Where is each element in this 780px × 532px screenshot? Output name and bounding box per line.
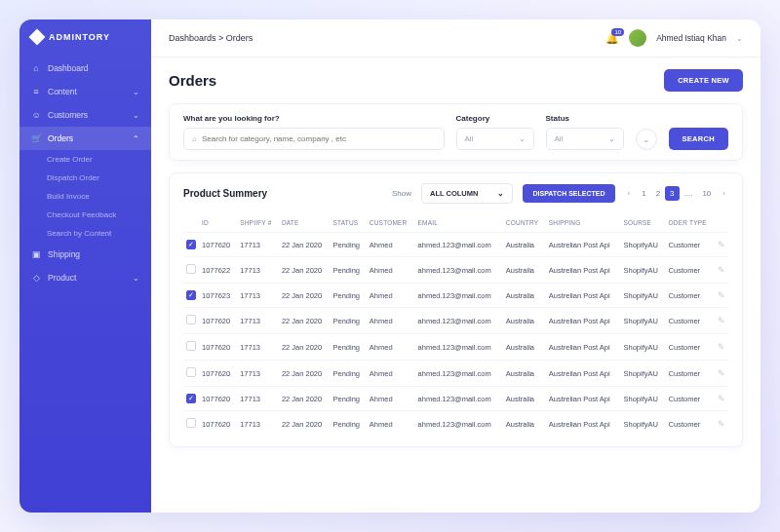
col-shipping: SHIPPING — [546, 213, 621, 233]
sidebar-item-orders[interactable]: 🛒Orders⌃ — [20, 127, 151, 150]
cell-date: 22 Jan 2020 — [279, 284, 331, 308]
cell-customer: Ahmed — [367, 361, 415, 387]
cell-date: 22 Jan 2020 — [279, 387, 331, 411]
cell-shipping: Austrelian Post Api — [546, 361, 621, 387]
cell-ordertype: Customer — [666, 411, 715, 437]
edit-icon[interactable]: ✎ — [718, 419, 725, 429]
cell-id: 1077622 — [199, 257, 237, 284]
edit-icon[interactable]: ✎ — [718, 290, 725, 300]
brand-logo[interactable]: ADMINTORY — [20, 31, 151, 57]
cell-customer: Ahmed — [367, 233, 415, 257]
logo-icon — [29, 29, 46, 46]
cell-id: 1077620 — [199, 361, 237, 387]
cell-shipping: Austrelian Post Api — [546, 284, 621, 308]
cell-id: 1077620 — [199, 308, 237, 334]
user-name: Ahmed Istiaq Khan — [656, 33, 726, 43]
cell-date: 22 Jan 2020 — [279, 257, 331, 284]
row-checkbox[interactable] — [186, 264, 196, 274]
sidebar-item-customers[interactable]: ☺Customers⌄ — [20, 103, 151, 127]
row-checkbox[interactable] — [186, 367, 196, 377]
cell-ordertype: Customer — [666, 334, 715, 361]
sidebar-sub-search-by-content[interactable]: Search by Content — [20, 224, 151, 243]
table-row: ✓10776201771322 Jan 2020PendingAhmedahme… — [183, 387, 728, 411]
create-new-button[interactable]: CREATE NEW — [664, 69, 743, 92]
page-prev-icon[interactable]: ‹ — [625, 186, 634, 201]
cell-customer: Ahmed — [367, 308, 415, 334]
sidebar-item-product[interactable]: ◇Product⌄ — [20, 266, 151, 289]
column-select-value: ALL COLUMN — [430, 189, 478, 198]
row-checkbox[interactable] — [186, 341, 196, 351]
dashboard-icon: ⌂ — [31, 63, 41, 73]
edit-icon[interactable]: ✎ — [718, 240, 725, 249]
chevron-icon: ⌄ — [133, 111, 139, 120]
edit-icon[interactable]: ✎ — [718, 265, 725, 275]
cell-country: Australia — [503, 308, 546, 334]
cell-date: 22 Jan 2020 — [279, 361, 331, 387]
table-card: Product Summery Show ALL COLUMN ⌄ DISPAT… — [169, 172, 743, 447]
chevron-down-icon: ⌄ — [608, 134, 615, 143]
edit-icon[interactable]: ✎ — [718, 316, 725, 325]
search-field: What are you looking for? ⌕ — [183, 114, 445, 150]
edit-icon[interactable]: ✎ — [718, 394, 725, 403]
orders-table: IDSHPIIFY #DATESTATUSCUSTOMEREMAILCOUNTR… — [183, 213, 728, 437]
sidebar-sub-create-order[interactable]: Create Order — [20, 150, 151, 169]
table-body: ✓10776201771322 Jan 2020PendingAhmedahme… — [183, 233, 728, 437]
dispatch-selected-button[interactable]: DISPATCH SELECTED — [523, 184, 614, 203]
category-select[interactable]: All ⌄ — [456, 128, 534, 150]
page-3[interactable]: 3 — [665, 186, 679, 201]
edit-icon[interactable]: ✎ — [718, 368, 725, 378]
search-input[interactable] — [202, 134, 436, 143]
page-2[interactable]: 2 — [651, 186, 665, 201]
column-select[interactable]: ALL COLUMN ⌄ — [421, 183, 513, 204]
notification-icon[interactable]: 🔔10 — [605, 32, 619, 45]
sidebar-item-shipping[interactable]: ▣Shipping — [20, 243, 151, 266]
cell-shopify: 17713 — [237, 284, 279, 308]
search-button[interactable]: SEARCH — [669, 128, 728, 150]
cell-status: Pending — [331, 411, 367, 437]
cell-shipping: Austrelian Post Api — [546, 308, 621, 334]
sidebar-sub-build-invoce[interactable]: Build Invoce — [20, 187, 151, 206]
cell-email: ahmed.123@mail.com — [415, 257, 503, 284]
cell-shopify: 17713 — [237, 257, 279, 284]
table-toolbar: Product Summery Show ALL COLUMN ⌄ DISPAT… — [183, 183, 728, 204]
page-....[interactable]: .... — [680, 186, 698, 201]
page-title: Orders — [169, 72, 216, 89]
table-row: 10776201771322 Jan 2020PendingAhmedahmed… — [183, 334, 728, 361]
edit-icon[interactable]: ✎ — [718, 342, 725, 352]
expand-button[interactable]: ⌄ — [636, 129, 657, 150]
table-header-row: IDSHPIIFY #DATESTATUSCUSTOMEREMAILCOUNTR… — [183, 213, 728, 233]
col-status: STATUS — [331, 213, 367, 233]
sidebar-sub-checkout-feedback[interactable]: Checkout Feedback — [20, 206, 151, 224]
chevron-icon: ⌄ — [133, 274, 139, 283]
row-checkbox[interactable]: ✓ — [186, 290, 196, 300]
cell-shipping: Austrelian Post Api — [546, 233, 621, 257]
cell-source: ShopifyAU — [620, 387, 665, 411]
sidebar-sub-dispatch-order[interactable]: Dispatch Order — [20, 169, 151, 187]
col-customer: CUSTOMER — [367, 213, 415, 233]
row-checkbox[interactable] — [186, 315, 196, 324]
sidebar-item-label: Shipping — [48, 249, 80, 259]
row-checkbox[interactable]: ✓ — [186, 394, 196, 403]
cell-email: ahmed.123@mail.com — [415, 284, 503, 308]
avatar[interactable] — [629, 29, 646, 47]
row-checkbox[interactable]: ✓ — [186, 240, 196, 249]
page-next-icon[interactable]: › — [720, 186, 728, 201]
cell-source: ShopifyAU — [620, 308, 665, 334]
status-select[interactable]: All ⌄ — [546, 128, 624, 150]
cell-shopify: 17713 — [237, 233, 279, 257]
sidebar-item-content[interactable]: ≡Content⌄ — [20, 80, 151, 103]
cell-country: Australia — [503, 233, 546, 257]
sidebar-item-dashboard[interactable]: ⌂Dashboard — [20, 57, 151, 80]
search-input-wrap[interactable]: ⌕ — [183, 128, 445, 150]
row-checkbox[interactable] — [186, 418, 196, 428]
chevron-down-icon[interactable]: ⌄ — [736, 34, 743, 43]
cell-customer: Ahmed — [367, 284, 415, 308]
cell-id: 1077620 — [199, 387, 237, 411]
cell-date: 22 Jan 2020 — [279, 334, 331, 361]
cell-shopify: 17713 — [237, 361, 279, 387]
customers-icon: ☺ — [31, 110, 41, 120]
cell-customer: Ahmed — [367, 411, 415, 437]
page-10[interactable]: 10 — [697, 186, 716, 201]
cell-email: ahmed.123@mail.com — [415, 387, 503, 411]
page-1[interactable]: 1 — [637, 186, 650, 201]
